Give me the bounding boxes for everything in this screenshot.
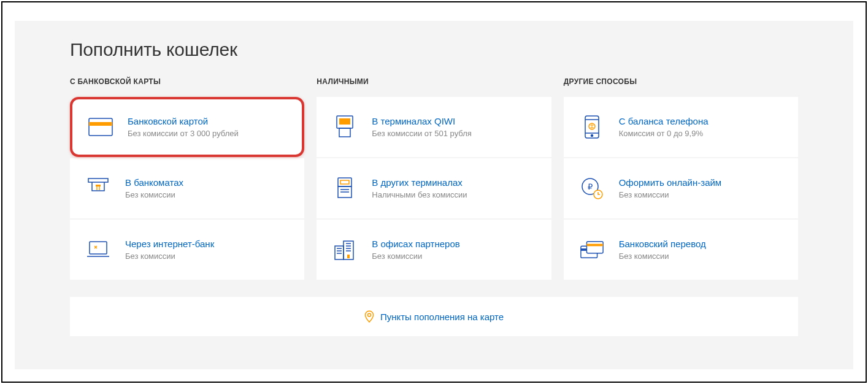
laptop-icon (86, 237, 110, 262)
svg-rect-10 (347, 255, 350, 258)
svg-rect-19 (586, 242, 603, 253)
tile-title: В банкоматах (125, 177, 183, 188)
card-icon (88, 115, 113, 139)
phone-icon (580, 115, 604, 139)
svg-rect-3 (90, 242, 107, 254)
map-pin-icon (364, 310, 374, 323)
topup-map-link[interactable]: Пункты пополнения на карте (70, 297, 798, 336)
tile-bank-transfer[interactable]: Банковский перевод Без комиссии (564, 220, 798, 280)
transfer-icon (580, 237, 604, 262)
column-header-cash: НАЛИЧНЫМИ (317, 77, 551, 86)
tile-title: Оформить онлайн-займ (619, 177, 722, 188)
column-cash: НАЛИЧНЫМИ В терминалах QIWI Без (317, 77, 551, 280)
column-header-other: ДРУГИЕ СПОСОБЫ (564, 77, 798, 86)
tile-internet-bank[interactable]: Через интернет-банк Без комиссии (70, 220, 304, 280)
tile-title: Банковский перевод (619, 239, 706, 249)
tile-title: В терминалах QIWI (372, 116, 471, 126)
tile-subtitle: Наличными без комиссии (372, 190, 467, 199)
qiwi-terminal-icon (332, 115, 357, 139)
tile-subtitle: Без комиссии (372, 252, 459, 261)
svg-rect-2 (96, 185, 101, 186)
tile-partner-offices[interactable]: В офисах партнеров Без комиссии (317, 220, 551, 280)
tile-title: Через интернет-банк (125, 239, 214, 249)
tile-qiwi-terminals[interactable]: В терминалах QIWI Без комиссии от 501 ру… (317, 97, 551, 157)
top-up-methods-grid: С БАНКОВСКОЙ КАРТЫ Банковской картой Без… (70, 77, 798, 280)
tile-title: В офисах партнеров (372, 239, 459, 249)
tile-subtitle: Без комиссии от 3 000 рублей (128, 129, 239, 138)
tile-bank-card[interactable]: Банковской картой Без комиссии от 3 000 … (70, 97, 304, 157)
column-other: ДРУГИЕ СПОСОБЫ (564, 77, 798, 280)
svg-rect-7 (340, 180, 349, 184)
office-icon (332, 237, 357, 262)
svg-text:₽: ₽ (588, 182, 593, 191)
svg-rect-0 (89, 118, 112, 136)
tile-subtitle: Без комиссии (125, 252, 214, 261)
tile-subtitle: Без комиссии от 501 рубля (372, 129, 471, 138)
tile-other-terminals[interactable]: В других терминалах Наличными без комисс… (317, 158, 551, 218)
tile-title: С баланса телефона (619, 116, 709, 126)
terminal-icon (332, 176, 357, 201)
tile-title: Банковской картой (128, 116, 239, 126)
tile-subtitle: Без комиссии (125, 190, 183, 199)
tile-title: В других терминалах (372, 177, 467, 188)
svg-point-12 (591, 135, 593, 137)
svg-rect-5 (339, 118, 350, 125)
tile-subtitle: Без комиссии (619, 190, 722, 199)
svg-point-21 (367, 313, 371, 317)
page-title: Пополнить кошелек (70, 39, 798, 60)
tile-online-loan[interactable]: ₽ Оформить онлайн-займ Без комиссии (564, 158, 798, 218)
tile-subtitle: Без комиссии (619, 252, 706, 261)
svg-rect-20 (586, 244, 603, 246)
svg-rect-1 (89, 122, 112, 126)
atm-icon (86, 176, 110, 201)
map-link-text: Пункты пополнения на карте (380, 312, 504, 322)
tile-subtitle: Комиссия от 0 до 9,9% (619, 129, 709, 138)
loan-icon: ₽ (580, 176, 604, 201)
column-header-card: С БАНКОВСКОЙ КАРТЫ (70, 77, 304, 86)
column-card: С БАНКОВСКОЙ КАРТЫ Банковской картой Без… (70, 77, 304, 280)
tile-atm[interactable]: В банкоматах Без комиссии (70, 158, 304, 218)
tile-phone-balance[interactable]: С баланса телефона Комиссия от 0 до 9,9% (564, 97, 798, 157)
